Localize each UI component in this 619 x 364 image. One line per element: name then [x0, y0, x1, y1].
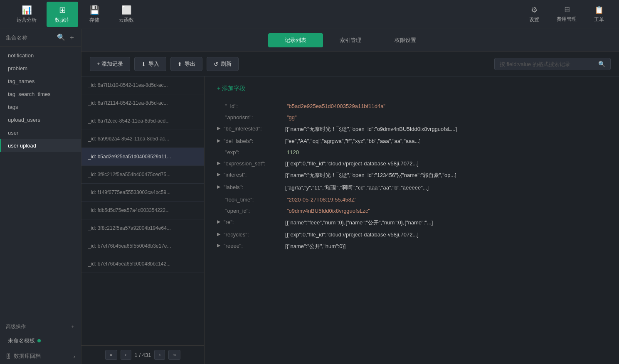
field-value: [{"name":"无奈时光！飞逝","open_id":"o9dmv4nBU5…	[285, 125, 457, 133]
field-row: "aphorism":"gg"	[217, 112, 607, 123]
expand-icon[interactable]: ▶	[217, 243, 220, 248]
field-row: "open_id":"o9dmv4nBU5Idd0ix8vrgguofsLzc"	[217, 205, 607, 216]
record-item[interactable]: _id: fdb5d5d75ea57a4d003354222...	[81, 202, 204, 219]
top-nav: 📊运营分析⊞数据库💾存储⬜云函数 ⚙ 设置 🖥 费用管理 📋 工单	[0, 0, 619, 29]
main-layout: 集合名称 🔍 ＋ notificationproblemtag_namestag…	[0, 29, 619, 364]
nav-item-storage[interactable]: 💾存储	[80, 2, 109, 27]
ticket-nav-item[interactable]: 📋 工单	[587, 2, 611, 27]
field-row: "_id":"b5ad2e925ea51d04003529a11bf11d4a"	[217, 101, 607, 112]
record-item[interactable]: _id: 3f8c212f5ea57a92004b194e64...	[81, 219, 204, 237]
export-label: 导出	[185, 60, 195, 68]
unnamed-template-label: 未命名模板	[8, 337, 35, 344]
field-value: 1120	[287, 149, 299, 155]
last-page-button[interactable]: »	[168, 350, 180, 360]
expand-icon[interactable]: ▶	[217, 172, 220, 177]
sidebar: 集合名称 🔍 ＋ notificationproblemtag_namestag…	[0, 29, 81, 364]
field-key: "_id":	[225, 103, 284, 109]
record-item[interactable]: _id: 6a7f1b10-8542-11ea-8d5d-ac...	[81, 76, 204, 94]
tab-records[interactable]: 记录列表	[268, 33, 323, 47]
record-item[interactable]: _id: b7ef76b45ea65fc00048bbc142...	[81, 255, 204, 273]
refresh-icon: ↺	[214, 61, 218, 67]
first-page-button[interactable]: «	[105, 350, 117, 360]
sidebar-title: 集合名称	[6, 34, 27, 42]
field-key: "be_interested":	[224, 125, 282, 132]
sidebar-item-problem[interactable]: problem	[0, 62, 81, 75]
record-item[interactable]: _id: 6a7f2ccc-8542-11ea-8d5d-acd...	[81, 112, 204, 130]
field-row: ▶"re":[{"name":"feee","num":0},{"name":"…	[217, 216, 607, 229]
tab-permissions[interactable]: 权限设置	[378, 33, 433, 47]
field-row: ▶"del_labels":["ee","AA","qq","agrgwa","…	[217, 135, 607, 147]
field-row: "look_time":"2020-05-27T08:19:55.458Z"	[217, 194, 607, 205]
sidebar-item-tag_search_times[interactable]: tag_search_times	[0, 88, 81, 101]
settings-label: 设置	[529, 16, 539, 23]
add-collection-icon[interactable]: ＋	[69, 33, 75, 42]
tab-index[interactable]: 索引管理	[323, 33, 378, 47]
search-input[interactable]	[500, 61, 595, 67]
sidebar-list: notificationproblemtag_namestag_search_t…	[0, 47, 81, 318]
search-box: 🔍	[494, 58, 611, 70]
billing-icon: 🖥	[563, 5, 570, 14]
sidebar-item-tags[interactable]: tags	[0, 101, 81, 113]
expand-icon[interactable]: ▶	[217, 184, 220, 189]
advanced-ops-label: 高级操作	[6, 323, 26, 330]
expand-icon[interactable]: ▶	[217, 160, 220, 166]
sidebar-item-tag_names[interactable]: tag_names	[0, 75, 81, 88]
database-backup-btn[interactable]: 🗄 数据库回档 ›	[0, 348, 81, 364]
record-item[interactable]: _id: b5ad2e925ea51d04003529a11...	[81, 148, 204, 166]
add-record-button[interactable]: + 添加记录	[90, 57, 130, 71]
add-advanced-icon[interactable]: ＋	[70, 323, 75, 330]
record-item[interactable]: _id: 6a7f2114-8542-11ea-8d5d-ac...	[81, 94, 204, 112]
prev-page-button[interactable]: ‹	[121, 350, 131, 360]
field-value: [{"exp":0,"file_id":"cloud://project-dat…	[285, 231, 419, 238]
field-key: "look_time":	[225, 197, 284, 203]
refresh-label: 刷新	[221, 60, 232, 68]
field-value: [{"name":"无奈时光！飞逝","open_id":"123456"},{…	[285, 172, 456, 179]
template-dot	[37, 339, 41, 342]
add-field-button[interactable]: + 添加字段	[217, 85, 607, 92]
sidebar-item-upload_users[interactable]: upload_users	[0, 113, 81, 126]
billing-nav-item[interactable]: 🖥 费用管理	[550, 2, 583, 27]
record-item[interactable]: _id: 3f8c212f5ea554b400475ced75...	[81, 166, 204, 184]
field-key: "re":	[224, 219, 282, 225]
expand-icon[interactable]: ▶	[217, 231, 220, 237]
field-value: [{"name":"公开","num":0}]	[285, 243, 345, 250]
export-icon: ⬆	[178, 61, 182, 67]
field-value: "2020-05-27T08:19:55.458Z"	[287, 197, 357, 203]
import-button[interactable]: ⬇ 导入	[134, 57, 166, 71]
settings-icon: ⚙	[531, 5, 538, 15]
field-value: [{"exp":0,"file_id":"cloud://project-dat…	[285, 160, 419, 167]
cloud_func-icon: ⬜	[121, 5, 132, 15]
field-key: "expression_set":	[224, 160, 282, 167]
nav-right: ⚙ 设置 🖥 费用管理 📋 工单	[523, 2, 611, 27]
field-row: ▶"reeee":[{"name":"公开","num":0}]	[217, 240, 607, 253]
expand-icon[interactable]: ▶	[217, 138, 220, 143]
sidebar-item-user_upload[interactable]: user upload	[0, 139, 81, 152]
expand-icon[interactable]: ▶	[217, 219, 220, 224]
export-button[interactable]: ⬆ 导出	[170, 57, 202, 71]
advanced-ops-section: 高级操作 ＋	[0, 320, 81, 334]
search-icon[interactable]: 🔍	[57, 33, 65, 42]
field-key: "recycles":	[224, 231, 282, 238]
unnamed-template-item[interactable]: 未命名模板	[0, 334, 81, 348]
field-row: ▶"expression_set":[{"exp":0,"file_id":"c…	[217, 158, 607, 169]
records-items: _id: 6a7f1b10-8542-11ea-8d5d-ac..._id: 6…	[81, 76, 204, 345]
field-key: "del_labels":	[224, 138, 282, 144]
expand-icon[interactable]: ▶	[217, 125, 220, 131]
nav-item-analytics[interactable]: 📊运营分析	[8, 2, 45, 27]
content-area: 记录列表索引管理权限设置 + 添加记录 ⬇ 导入 ⬆ 导出 ↺ 刷新 🔍	[81, 29, 619, 364]
nav-item-database[interactable]: ⊞数据库	[47, 2, 78, 27]
sidebar-item-user[interactable]: user	[0, 126, 81, 139]
next-page-button[interactable]: ›	[154, 350, 165, 360]
chevron-right-icon: ›	[74, 353, 75, 359]
ticket-icon: 📋	[594, 5, 604, 15]
nav-item-cloud_func[interactable]: ⬜云函数	[111, 2, 142, 27]
field-value: ["ee","AA","qq","agrgwa","ff","xyz","bb"…	[285, 138, 421, 144]
record-item[interactable]: _id: 6a99b2a4-8542-11ea-8d5d-ac...	[81, 130, 204, 148]
refresh-button[interactable]: ↺ 刷新	[207, 57, 239, 71]
field-row: ▶"recycles":[{"exp":0,"file_id":"cloud:/…	[217, 229, 607, 240]
sidebar-item-notification[interactable]: notification	[0, 49, 81, 62]
record-item[interactable]: _id: f149f6775ea55533003ca4bc59...	[81, 184, 204, 202]
settings-nav-item[interactable]: ⚙ 设置	[523, 2, 546, 27]
record-item[interactable]: _id: b7ef76b45ea65f550048b3e17e...	[81, 237, 204, 255]
field-value: "b5ad2e925ea51d04003529a11bf11d4a"	[287, 103, 385, 109]
